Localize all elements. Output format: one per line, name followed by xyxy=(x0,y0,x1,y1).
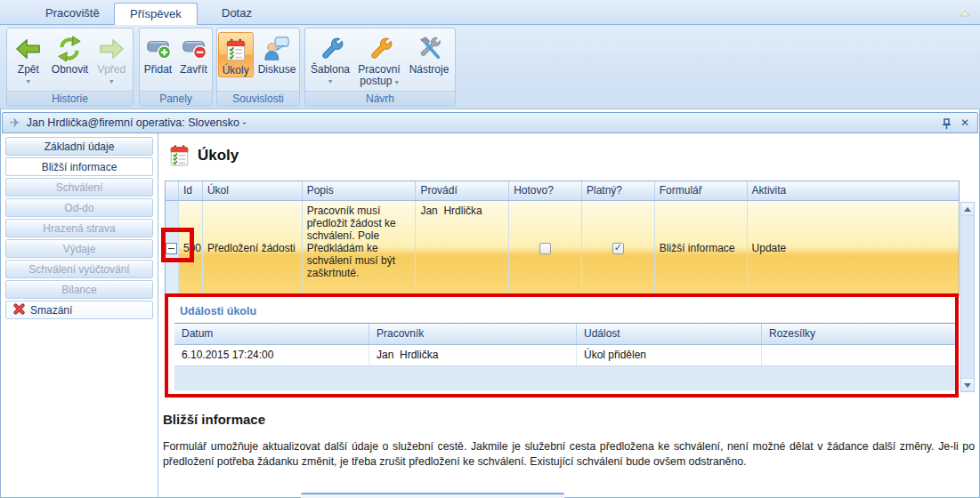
sidebar-item-zakladni-udaje[interactable]: Základní údaje xyxy=(5,137,153,156)
events-column-udalost[interactable]: Událost xyxy=(577,324,762,344)
workflow-label-line2: postup ▾ xyxy=(360,76,398,88)
arrow-left-icon xyxy=(15,34,42,64)
tab-dotaz[interactable]: Dotaz xyxy=(207,3,267,25)
wrench-orange-icon xyxy=(366,34,393,64)
refresh-button[interactable]: Obnovit xyxy=(49,32,91,76)
tasks-icon xyxy=(223,35,248,65)
ribbon-group-panely: Přidat Zavřít Panely xyxy=(139,28,213,107)
dropdown-caret-icon: ▾ xyxy=(395,78,399,86)
tasks-label: Úkoly xyxy=(223,65,249,76)
event-row[interactable]: 6.10.2015 17:24:00 Jan Hrdlička Úkol při… xyxy=(174,345,955,366)
sidebar-item-od-do: Od-do xyxy=(5,198,153,217)
workflow-button[interactable]: Pracovní postup ▾ xyxy=(354,32,404,88)
document-title: Jan Hrdlička@firemní operativa: Slovensk… xyxy=(27,116,247,129)
back-button[interactable]: Zpět ▾ xyxy=(10,32,47,85)
sidebar-divider xyxy=(158,133,158,498)
ribbon-tabstrip: Pracoviště Příspěvek Dotaz xyxy=(0,0,980,25)
vertical-scrollbar[interactable] xyxy=(960,202,975,392)
close-icon[interactable]: ✕ xyxy=(960,116,969,129)
arrow-right-icon xyxy=(98,34,125,64)
discussion-label: Diskuse xyxy=(258,64,296,76)
dropdown-caret-icon: ▾ xyxy=(27,77,30,85)
expand-column-header xyxy=(166,181,179,200)
collapse-ribbon-icon[interactable] xyxy=(959,6,971,17)
sidebar-item-smazani[interactable]: Smazání xyxy=(5,301,153,319)
task-valid-cell xyxy=(582,201,655,295)
events-column-pracovnik[interactable]: Pracovník xyxy=(369,324,577,344)
tasks-heading: Úkoly xyxy=(198,147,239,165)
column-header-id[interactable]: Id xyxy=(179,181,203,200)
dropdown-caret-icon: ▾ xyxy=(328,77,332,85)
column-header-aktivita[interactable]: Aktivita xyxy=(748,181,959,200)
tools-label: Nástroje xyxy=(409,64,450,76)
scroll-up-icon[interactable] xyxy=(961,203,974,216)
sidebar-item-blizsi-informace[interactable]: Bližší informace xyxy=(5,157,153,176)
events-column-datum[interactable]: Datum xyxy=(174,324,369,344)
task-row[interactable]: 500 Předložení žádosti Pracovník musí př… xyxy=(166,201,959,295)
refresh-icon xyxy=(56,34,83,64)
events-table: Datum Pracovník Událost Rozesílky 6.10.2… xyxy=(174,323,955,366)
events-empty-area xyxy=(174,366,955,390)
ribbon-group-historie: Zpět ▾ Obnovit xyxy=(6,28,134,107)
tab-pracoviste[interactable]: Pracoviště xyxy=(30,3,115,25)
template-button[interactable]: Šablona ▾ xyxy=(308,32,352,85)
task-name-cell: Předložení žádosti xyxy=(203,201,303,295)
tools-icon xyxy=(416,34,442,64)
add-panel-button[interactable]: Přidat xyxy=(142,32,175,76)
back-label: Zpět xyxy=(18,64,39,76)
tasks-button[interactable]: Úkoly xyxy=(218,32,254,77)
sidebar-item-schvaleni-vyuctovani: Schválení vyúčtování xyxy=(5,260,153,278)
sidebar-item-vydaje: Výdaje xyxy=(5,239,153,258)
sidebar-item-hrazena-strava: Hrazená strava xyxy=(5,219,153,237)
task-done-cell xyxy=(509,201,582,295)
events-column-rozesilky[interactable]: Rozesílky xyxy=(762,324,955,344)
column-header-popis[interactable]: Popis xyxy=(303,181,417,200)
wrench-blue-icon xyxy=(317,34,344,64)
add-panel-label: Přidat xyxy=(144,64,172,76)
events-panel-title: Události úkolu xyxy=(180,305,256,317)
done-checkbox[interactable] xyxy=(539,243,551,254)
template-label: Šablona xyxy=(311,64,350,76)
discussion-button[interactable]: Diskuse xyxy=(255,32,299,76)
event-worker-cell: Jan Hrdlička xyxy=(369,345,577,365)
task-performer-cell: Jan Hrdlička xyxy=(416,201,509,295)
tools-button[interactable]: Nástroje xyxy=(406,32,452,76)
task-activity-cell: Update xyxy=(748,201,959,295)
ribbon-group-navrh: Šablona ▾ Pracovní postup ▾ xyxy=(304,28,456,107)
column-header-ukol[interactable]: Úkol xyxy=(203,181,303,200)
column-header-formular[interactable]: Formulář xyxy=(655,181,748,200)
column-header-provadi[interactable]: Provádí xyxy=(416,181,509,200)
document-titlebar: ✈ Jan Hrdlička@firemní operativa: Sloven… xyxy=(2,112,978,133)
ribbon: Pracoviště Příspěvek Dotaz Zpět ▾ xyxy=(0,0,980,109)
group-label-souvislosti: Souvislosti xyxy=(217,91,299,106)
pin-icon[interactable] xyxy=(941,117,952,129)
column-header-platny[interactable]: Platný? xyxy=(582,181,655,200)
sidebar-item-bilance: Bilance xyxy=(5,280,153,299)
discussion-icon xyxy=(263,34,290,64)
panel-add-icon xyxy=(145,34,172,64)
info-section-heading: Bližší informace xyxy=(163,412,265,427)
close-panel-button[interactable]: Zavřít xyxy=(177,32,211,76)
event-date-cell: 6.10.2015 17:24:00 xyxy=(174,345,369,365)
scroll-down-icon[interactable] xyxy=(961,378,974,391)
dropdown-caret-icon: ▾ xyxy=(109,77,113,85)
tasks-table: Id Úkol Popis Provádí Hotovo? Platný? Fo… xyxy=(165,181,960,296)
forward-label: Vpřed xyxy=(97,64,126,76)
group-label-panely: Panely xyxy=(140,91,212,106)
delete-x-icon xyxy=(13,303,25,317)
forward-button[interactable]: Vpřed ▾ xyxy=(93,32,130,85)
group-label-navrh: Návrh xyxy=(305,91,455,106)
task-form-cell: Bližší informace xyxy=(655,201,748,295)
airplane-icon: ✈ xyxy=(10,116,20,130)
events-table-header: Datum Pracovník Událost Rozesílky xyxy=(174,324,955,345)
tab-prispevek[interactable]: Příspěvek xyxy=(114,3,198,25)
partially-visible-element xyxy=(301,493,564,498)
group-label-historie: Historie xyxy=(7,91,133,106)
valid-checkbox[interactable] xyxy=(612,243,624,254)
column-header-hotovo[interactable]: Hotovo? xyxy=(509,181,582,200)
info-paragraph: Formulář umožňuje aktualizovat další úda… xyxy=(163,439,975,470)
tasks-table-header: Id Úkol Popis Provádí Hotovo? Platný? Fo… xyxy=(166,181,959,201)
event-name-cell: Úkol přidělen xyxy=(577,345,762,365)
event-mailing-cell xyxy=(762,345,955,365)
red-highlight-expand xyxy=(161,228,194,262)
